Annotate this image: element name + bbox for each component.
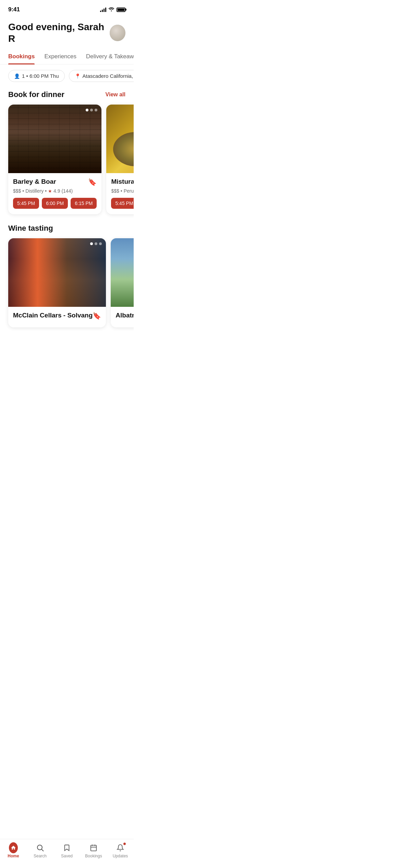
wine-cards-row: McClain Cellars - Solvang 🔖 Albatross Ri…: [8, 238, 125, 329]
card-image-mcclain: [8, 238, 106, 307]
dot-m2: [95, 242, 97, 245]
view-all-button[interactable]: View all: [106, 92, 125, 98]
signal-icon: [100, 7, 106, 12]
card-body-albatross: Albatross Rid...: [111, 307, 134, 327]
tab-delivery[interactable]: Delivery & Takeaway: [86, 50, 134, 64]
category-barley: Distillery: [25, 188, 44, 194]
card-meta-barley: $$$ • Distillery • ★ 4.9 (144): [13, 188, 97, 194]
time-slot-545[interactable]: 5:45 PM: [13, 198, 39, 209]
dot-2: [90, 109, 93, 111]
filter-party-label: 1 • 6:00 PM Thu: [22, 73, 59, 79]
status-icons: [100, 7, 125, 12]
greeting-text: Good evening, Sarah R: [8, 21, 110, 44]
mcclain-dots: [90, 242, 102, 245]
tab-experiences[interactable]: Experiences: [44, 50, 76, 64]
header: Good evening, Sarah R: [0, 17, 134, 50]
wifi-icon: [108, 7, 114, 12]
wine-tasting-section: Wine tasting McClain Cellars - Solvang 🔖: [0, 224, 134, 329]
card-name-mistura: Mistura: [111, 178, 134, 185]
image-dots: [86, 109, 97, 111]
person-icon: 👤: [14, 73, 20, 79]
price-barley: $$$: [13, 188, 21, 194]
book-for-dinner-title: Book for dinner: [8, 90, 64, 99]
restaurant-card-barley[interactable]: Barley & Boar 🔖 $$$ • Distillery • ★ 4.9…: [8, 105, 101, 214]
bookmark-icon-mcclain[interactable]: 🔖: [93, 312, 101, 320]
card-image-albatross: [111, 238, 134, 307]
rating-barley: 4.9 (144): [53, 188, 73, 194]
card-image-mistura: [106, 105, 134, 173]
dinner-cards-row: Barley & Boar 🔖 $$$ • Distillery • ★ 4.9…: [8, 105, 125, 216]
restaurant-card-mistura[interactable]: Mistura 🔖 $$$ • Peruvian • 5:45 PM 6:...: [106, 105, 134, 214]
dot-m3: [99, 242, 102, 245]
card-body-mcclain: McClain Cellars - Solvang 🔖: [8, 307, 106, 327]
dot-3: [95, 109, 97, 111]
book-for-dinner-section: Book for dinner View all Barley & Boar 🔖: [0, 90, 134, 216]
battery-icon: [117, 8, 125, 12]
star-icon: ★: [48, 189, 52, 194]
time-slots-barley: 5:45 PM 6:00 PM 6:15 PM: [13, 198, 97, 209]
status-time: 9:41: [8, 6, 20, 13]
status-bar: 9:41: [0, 0, 134, 17]
card-top-albatross: Albatross Rid...: [116, 312, 134, 319]
category-mistura: Peruvian •: [124, 188, 134, 194]
card-body-mistura: Mistura 🔖 $$$ • Peruvian • 5:45 PM 6:...: [106, 173, 134, 214]
card-meta-mistura: $$$ • Peruvian •: [111, 188, 134, 194]
restaurant-card-mcclain[interactable]: McClain Cellars - Solvang 🔖: [8, 238, 106, 327]
dot-1: [86, 109, 88, 111]
card-image-barley: [8, 105, 101, 173]
card-top-mcclain: McClain Cellars - Solvang 🔖: [13, 312, 101, 320]
mistura-time-slot-545[interactable]: 5:45 PM: [111, 198, 134, 209]
filter-party-size[interactable]: 👤 1 • 6:00 PM Thu: [8, 70, 65, 82]
avatar[interactable]: [110, 25, 125, 41]
card-name-mcclain: McClain Cellars - Solvang: [13, 312, 93, 319]
card-top-mistura: Mistura 🔖: [111, 178, 134, 186]
tabs: Bookings Experiences Delivery & Takeaway: [0, 50, 134, 64]
restaurant-card-albatross[interactable]: Albatross Rid...: [111, 238, 134, 327]
card-body-barley: Barley & Boar 🔖 $$$ • Distillery • ★ 4.9…: [8, 173, 101, 214]
main-content: 👤 1 • 6:00 PM Thu 📍 Atascadero Californi…: [0, 64, 134, 363]
wine-tasting-title: Wine tasting: [8, 224, 125, 233]
tab-bookings[interactable]: Bookings: [8, 50, 35, 64]
filter-location-label: Atascadero California, CA, United St...: [83, 73, 134, 79]
price-mistura: $$$: [111, 188, 119, 194]
dot-m1: [90, 242, 93, 245]
card-name-albatross: Albatross Rid...: [116, 312, 134, 319]
location-icon: 📍: [75, 73, 81, 79]
card-top-barley: Barley & Boar 🔖: [13, 178, 97, 186]
bookmark-icon-barley[interactable]: 🔖: [88, 178, 97, 186]
filter-row: 👤 1 • 6:00 PM Thu 📍 Atascadero Californi…: [0, 64, 134, 87]
time-slot-615[interactable]: 6:15 PM: [71, 198, 97, 209]
time-slots-mistura: 5:45 PM 6:...: [111, 198, 134, 209]
time-slot-600[interactable]: 6:00 PM: [42, 198, 68, 209]
card-name-barley: Barley & Boar: [13, 178, 56, 185]
section-header: Book for dinner View all: [8, 90, 125, 99]
filter-location[interactable]: 📍 Atascadero California, CA, United St..…: [69, 70, 134, 82]
